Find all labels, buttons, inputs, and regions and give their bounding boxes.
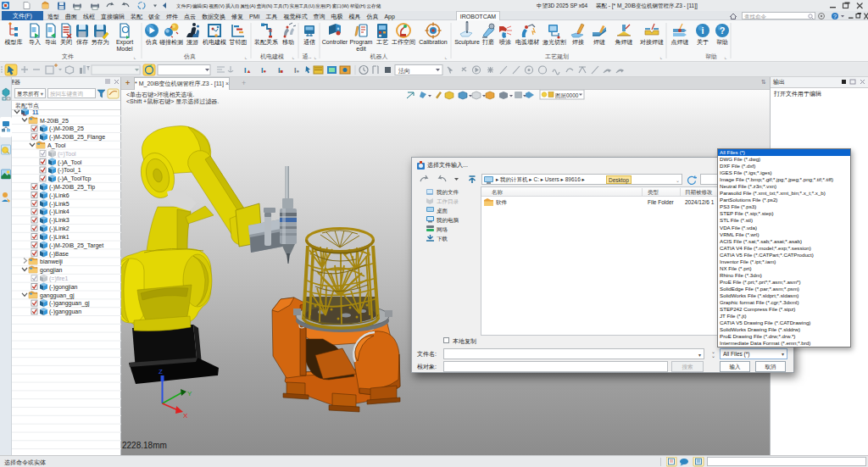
svg-text:仿真: 仿真: [183, 53, 196, 60]
svg-text:I▲: I▲: [244, 66, 251, 75]
svg-text:法向: 法向: [398, 68, 410, 75]
svg-text:(=)Tool: (=)Tool: [58, 151, 76, 158]
svg-text:(-)M-20iB_25_Tip: (-)M-20iB_25_Tip: [49, 184, 95, 191]
svg-text:通信: 通信: [303, 38, 315, 46]
svg-text:(-)Link6: (-)Link6: [49, 192, 70, 199]
svg-text:(-)gongjian: (-)gongjian: [49, 284, 78, 291]
svg-text:桌面: 桌面: [437, 208, 448, 214]
svg-text:⌞: ⌞: [245, 54, 248, 59]
svg-text:机电建模: 机电建模: [203, 39, 226, 46]
svg-text:⌞: ⌞: [292, 54, 295, 59]
svg-text:导入: 导入: [29, 39, 41, 46]
svg-text:激光切割: 激光切割: [542, 39, 566, 46]
svg-text:通..: 通..: [303, 53, 312, 59]
svg-text:保存: 保存: [76, 39, 88, 45]
svg-text:机器人: 机器人: [370, 53, 388, 60]
svg-text:(-)Link5: (-)Link5: [49, 201, 70, 208]
svg-text:工艺: 工艺: [376, 39, 388, 45]
svg-text:帮助: 帮助: [705, 53, 717, 60]
svg-text:工艺规划: 工艺规划: [545, 53, 569, 60]
svg-text:?: ?: [833, 14, 837, 19]
svg-text:M-20iB_25: M-20iB_25: [40, 118, 69, 125]
svg-text:(-)Link3: (-)Link3: [49, 217, 70, 224]
svg-text:机电建模: 机电建模: [260, 53, 284, 60]
svg-text:打磨: 打磨: [481, 39, 494, 46]
svg-text:电弧增材: 电弧增材: [515, 39, 539, 46]
svg-text:漫游: 漫游: [186, 39, 198, 46]
svg-text:模型库: 模型库: [5, 39, 23, 46]
svg-text:I●: I●: [261, 66, 267, 75]
svg-text:焊接: 焊接: [572, 39, 584, 46]
svg-text:⌞: ⌞: [314, 54, 317, 59]
svg-text:(-)A_Tool: (-)A_Tool: [58, 159, 82, 166]
svg-text:Program: Program: [350, 39, 373, 46]
svg-text:(-)Link2: (-)Link2: [49, 225, 70, 232]
svg-text:X: X: [183, 412, 188, 420]
svg-text:另存为: 另存为: [92, 39, 109, 46]
svg-text:gongjian: gongjian: [40, 267, 63, 274]
svg-text:关闭: 关闭: [60, 38, 72, 46]
svg-text:(-)Link1: (-)Link1: [49, 234, 70, 241]
svg-text:焊缝: 焊缝: [593, 39, 605, 45]
svg-text:⌞: ⌞: [660, 54, 663, 59]
svg-text:导出: 导出: [45, 39, 57, 45]
svg-text:(-)A_ToolTcp: (-)A_ToolTcp: [58, 175, 91, 182]
svg-text:Z: Z: [159, 368, 163, 375]
svg-text:网络: 网络: [437, 226, 448, 233]
svg-text:Export: Export: [116, 39, 133, 46]
svg-text:点焊缝: 点焊缝: [671, 39, 689, 46]
svg-text:文件: 文件: [62, 53, 74, 60]
svg-text:⌞: ⌞: [445, 54, 448, 59]
svg-text:我的文件: 我的文件: [436, 189, 459, 196]
svg-text:Model: Model: [116, 46, 133, 52]
svg-text:(-)Base: (-)Base: [49, 251, 69, 258]
svg-text:Controller: Controller: [322, 39, 348, 45]
svg-text:Calibration: Calibration: [419, 39, 448, 45]
svg-text:喷涂: 喷涂: [499, 39, 511, 46]
svg-text:I●: I●: [294, 66, 300, 75]
svg-text:I■: I■: [278, 66, 284, 75]
svg-text:i: i: [701, 25, 704, 36]
svg-text:(-)M-20iB_25_Target: (-)M-20iB_25_Target: [49, 242, 103, 249]
svg-text:对接焊缝: 对接焊缝: [640, 39, 664, 46]
svg-text:(=)fire1: (=)fire1: [49, 275, 68, 282]
svg-text:(-)Link4: (-)Link4: [49, 208, 70, 215]
svg-text:Sculpture: Sculpture: [454, 39, 480, 46]
svg-text:关于: 关于: [697, 38, 709, 45]
svg-text:装配关系: 装配关系: [254, 38, 278, 46]
svg-text:(-)M-20iB_25: (-)M-20iB_25: [49, 125, 84, 132]
svg-text:碰撞检测: 碰撞检测: [159, 39, 183, 46]
svg-text:bianweiji: bianweiji: [40, 259, 63, 265]
svg-text:帮助: 帮助: [716, 39, 728, 46]
svg-text:角焊缝: 角焊缝: [615, 39, 633, 46]
svg-text:⌞: ⌞: [134, 54, 136, 59]
svg-text:11: 11: [32, 109, 39, 115]
svg-text:(-)Tool_1: (-)Tool_1: [58, 167, 81, 174]
svg-text:工作空间: 工作空间: [392, 39, 415, 46]
svg-text:⌞: ⌞: [725, 54, 727, 59]
svg-text:仿真: 仿真: [145, 39, 158, 46]
svg-text:下载: 下载: [437, 236, 448, 242]
svg-text:Y: Y: [187, 390, 192, 398]
svg-text:gangguan_gj: gangguan_gj: [40, 292, 75, 299]
svg-text:edit: edit: [356, 46, 365, 52]
svg-text:?: ?: [720, 25, 726, 36]
svg-text:图层0000: 图层0000: [555, 92, 579, 98]
svg-text:我的电脑: 我的电脑: [436, 217, 459, 224]
svg-text:工作目录: 工作目录: [437, 198, 459, 205]
svg-text:移动: 移动: [282, 39, 294, 46]
svg-text:(-)gangguan: (-)gangguan: [49, 309, 81, 315]
svg-text:甘特图: 甘特图: [229, 39, 248, 46]
svg-text:A_Tool: A_Tool: [47, 142, 66, 149]
svg-text:(-)M-20iB_25_Flange: (-)M-20iB_25_Flange: [49, 134, 105, 141]
svg-text:(-)gangguan_gj: (-)gangguan_gj: [49, 300, 90, 307]
